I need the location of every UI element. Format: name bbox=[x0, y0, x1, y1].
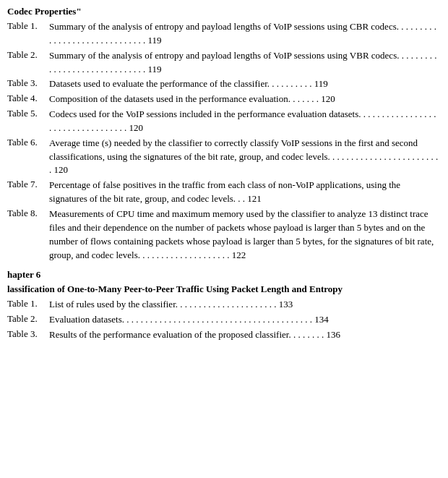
table-content: Measurements of CPU time and maximum mem… bbox=[49, 208, 439, 262]
table-description: Summary of the analysis of entropy and p… bbox=[49, 49, 439, 77]
table-row: Table 4.Composition of the datasets used… bbox=[0, 93, 439, 106]
table-page: 136 bbox=[324, 329, 340, 340]
table-page: 120 bbox=[51, 164, 68, 175]
chapter6-section: hapter 6 lassification of One-to-Many Pe… bbox=[0, 269, 439, 342]
table-description: Codecs used for the VoIP sessions includ… bbox=[49, 108, 439, 135]
table-page: 119 bbox=[145, 64, 161, 74]
table-description: List of rules used by the classifier. . … bbox=[49, 298, 439, 312]
table-content: Composition of the datasets used in the … bbox=[49, 93, 439, 106]
table-content: Results of the performance evaluation of… bbox=[49, 328, 439, 342]
table-content: Summary of the analysis of entropy and p… bbox=[49, 20, 439, 48]
table-row: Table 6.Average time (s) needed by the c… bbox=[0, 137, 439, 178]
table-label: Table 4. bbox=[7, 93, 49, 106]
table-page: 133 bbox=[277, 299, 293, 310]
table-label: Table 2. bbox=[7, 49, 49, 77]
codec-header: Codec Properties" bbox=[0, 6, 439, 17]
table-label: Table 3. bbox=[7, 328, 49, 342]
table-description: Results of the performance evaluation of… bbox=[49, 328, 439, 342]
table-content: Evaluation datasets. . . . . . . . . . .… bbox=[49, 313, 439, 327]
table-page: 120 bbox=[126, 122, 143, 133]
table-row: Table 1.Summary of the analysis of entro… bbox=[0, 20, 439, 48]
table-description: Measurements of CPU time and maximum mem… bbox=[49, 208, 439, 262]
table-row: Table 2.Evaluation datasets. . . . . . .… bbox=[0, 313, 439, 327]
table-content: Average time (s) needed by the classifie… bbox=[49, 137, 439, 178]
table-description: Evaluation datasets. . . . . . . . . . .… bbox=[49, 313, 439, 327]
table-page: 122 bbox=[229, 249, 246, 260]
table-row: Table 1.List of rules used by the classi… bbox=[0, 298, 439, 312]
table-description: Composition of the datasets used in the … bbox=[49, 93, 439, 106]
table-description: Datasets used to evaluate the performanc… bbox=[49, 77, 439, 91]
table-description: Summary of the analysis of entropy and p… bbox=[49, 20, 439, 48]
table-page: 120 bbox=[319, 93, 335, 104]
table-label: Table 7. bbox=[7, 179, 49, 206]
chapter6-title: lassification of One-to-Many Peer-to-Pee… bbox=[0, 283, 439, 295]
table-description: Average time (s) needed by the classifie… bbox=[49, 137, 439, 178]
table-content: List of rules used by the classifier. . … bbox=[49, 298, 439, 312]
table-label: Table 3. bbox=[7, 77, 49, 91]
codec-section: Codec Properties" Table 1.Summary of the… bbox=[0, 6, 439, 262]
table-label: Table 6. bbox=[7, 137, 49, 178]
table-row: Table 8.Measurements of CPU time and max… bbox=[0, 208, 439, 262]
table-page: 119 bbox=[312, 78, 328, 89]
table-page: 119 bbox=[145, 35, 161, 46]
table-row: Table 7.Percentage of false positives in… bbox=[0, 179, 439, 206]
table-content: Summary of the analysis of entropy and p… bbox=[49, 49, 439, 77]
table-label: Table 2. bbox=[7, 313, 49, 327]
table-description: Percentage of false positives in the tra… bbox=[49, 179, 439, 206]
table-row: Table 2.Summary of the analysis of entro… bbox=[0, 49, 439, 77]
table-content: Percentage of false positives in the tra… bbox=[49, 179, 439, 206]
table-page: 121 bbox=[245, 193, 262, 204]
chapter6-label: hapter 6 bbox=[0, 269, 439, 281]
table-label: Table 1. bbox=[7, 20, 49, 48]
table-label: Table 1. bbox=[7, 298, 49, 312]
table-content: Codecs used for the VoIP sessions includ… bbox=[49, 108, 439, 135]
table-label: Table 8. bbox=[7, 208, 49, 262]
table-row: Table 3.Results of the performance evalu… bbox=[0, 328, 439, 342]
table-row: Table 5.Codecs used for the VoIP session… bbox=[0, 108, 439, 135]
table-content: Datasets used to evaluate the performanc… bbox=[49, 77, 439, 91]
table-row: Table 3.Datasets used to evaluate the pe… bbox=[0, 77, 439, 91]
table-page: 134 bbox=[312, 314, 329, 325]
table-label: Table 5. bbox=[7, 108, 49, 135]
